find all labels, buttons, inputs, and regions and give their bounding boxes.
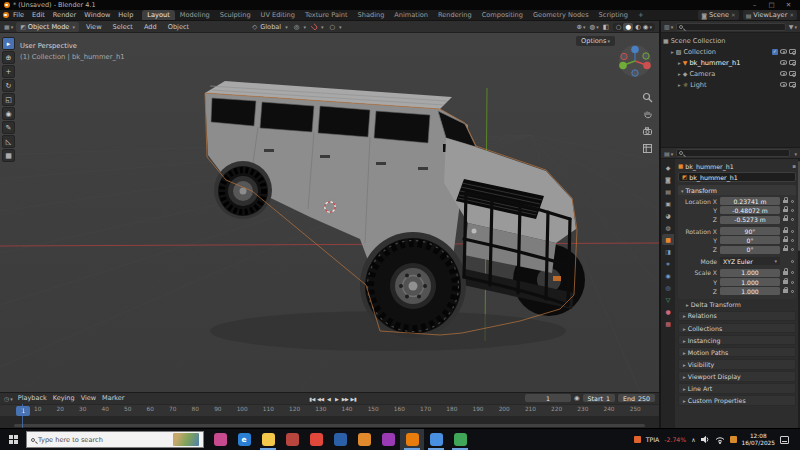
expander-icon[interactable]: [671, 48, 674, 56]
workspace-tab[interactable]: Animation: [389, 10, 433, 20]
network-icon[interactable]: [715, 435, 725, 445]
workspace-tab[interactable]: Geometry Nodes: [528, 10, 594, 20]
lock-icon[interactable]: [783, 280, 788, 284]
taskbar-app[interactable]: [352, 429, 376, 450]
hide-eye-icon[interactable]: [780, 60, 787, 65]
workspace-tab[interactable]: Scripting: [594, 10, 633, 20]
properties-tab[interactable]: ▣: [662, 198, 674, 209]
workspace-tab[interactable]: Modeling: [175, 10, 215, 20]
taskbar-app[interactable]: [448, 429, 472, 450]
taskbar-app[interactable]: [376, 429, 400, 450]
timeline-editor-icon[interactable]: ◷: [4, 395, 13, 402]
properties-tab[interactable]: ◆: [662, 162, 674, 173]
menu-item[interactable]: Render: [49, 11, 80, 19]
lock-icon[interactable]: [783, 271, 788, 275]
timeline-menu-item[interactable]: Marker: [99, 394, 127, 402]
scene-unlink-icon[interactable]: ✕: [731, 12, 736, 18]
animate-dot[interactable]: [791, 200, 794, 203]
lock-icon[interactable]: [783, 200, 788, 204]
taskbar-app[interactable]: [280, 429, 304, 450]
properties-tab[interactable]: ◎: [662, 282, 674, 293]
delta-transform-panel[interactable]: Delta Transform: [678, 299, 796, 309]
clock[interactable]: 12:08 16/07/2025: [742, 433, 775, 447]
lock-icon[interactable]: [783, 230, 788, 234]
properties-search-input[interactable]: [676, 149, 790, 157]
workspace-tab[interactable]: Layout: [142, 10, 174, 20]
workspace-tab[interactable]: +: [633, 10, 649, 20]
viewport-menu-item[interactable]: Add: [140, 23, 161, 31]
transform-value-field[interactable]: -0.48072 m: [720, 206, 780, 214]
minimize-button[interactable]: –: [747, 0, 762, 10]
playback-button[interactable]: ◀◀: [316, 396, 325, 402]
navigation-gizmo[interactable]: [617, 43, 653, 79]
shading-rendered[interactable]: ◉: [643, 23, 652, 31]
collection-checkbox[interactable]: ✓: [772, 49, 778, 55]
viewlayer-remove-icon[interactable]: ✕: [789, 12, 794, 18]
viewlayer-selector[interactable]: ▤ ViewLayer ✕: [743, 10, 797, 20]
viewport-3d[interactable]: User Perspective (1) Collection | bk_hum…: [0, 33, 659, 392]
shading-solid[interactable]: ●: [623, 23, 633, 31]
viewport-menu-item[interactable]: Object: [164, 23, 193, 31]
properties-panel-header[interactable]: Motion Paths: [678, 347, 796, 358]
properties-tab[interactable]: ◙: [662, 174, 674, 185]
workspace-tab[interactable]: Compositing: [477, 10, 528, 20]
blender-menu-icon[interactable]: [3, 12, 9, 18]
properties-tab[interactable]: ▤: [662, 186, 674, 197]
outliner-row-scene-collection[interactable]: ▦ Scene Collection: [663, 35, 798, 46]
animate-dot[interactable]: [791, 218, 794, 221]
stock-app-icon[interactable]: [634, 436, 641, 443]
lock-icon[interactable]: [783, 239, 788, 243]
properties-tab[interactable]: ∗: [662, 258, 674, 269]
tool-button[interactable]: ✎: [2, 121, 15, 134]
ortho-toggle-icon[interactable]: [641, 142, 653, 154]
object-name[interactable]: bk_hummer_h1: [689, 59, 740, 67]
tray-app-icon[interactable]: [730, 436, 737, 443]
taskbar-app[interactable]: [304, 429, 328, 450]
transform-value-field[interactable]: 1.000: [720, 287, 780, 295]
properties-tab[interactable]: ▽: [662, 294, 674, 305]
show-overlays-toggle[interactable]: ◍: [589, 23, 598, 31]
playhead[interactable]: 1: [16, 406, 30, 416]
properties-tab[interactable]: ◨: [662, 246, 674, 257]
transform-panel-header[interactable]: Transform: [678, 185, 796, 195]
tool-button[interactable]: ⊕: [2, 51, 15, 64]
properties-editor-icon[interactable]: ▤: [664, 150, 673, 157]
menu-item[interactable]: Window: [80, 11, 114, 19]
properties-tab[interactable]: ●: [662, 306, 674, 317]
playback-button[interactable]: ▶▮: [349, 396, 357, 402]
pin-icon[interactable]: ▪: [792, 163, 796, 169]
pan-hand-icon[interactable]: [641, 108, 653, 120]
animate-dot[interactable]: [791, 239, 794, 242]
transform-value-field[interactable]: 0.23741 m: [720, 197, 780, 205]
viewport-menu-item[interactable]: Select: [109, 23, 137, 31]
animate-dot[interactable]: [791, 248, 794, 251]
outliner-object-row[interactable]: ☼ Light: [663, 79, 798, 90]
taskbar-app[interactable]: e: [232, 429, 256, 450]
tool-button[interactable]: ▦: [2, 149, 15, 162]
workspace-tab[interactable]: Sculpting: [215, 10, 256, 20]
frame-end-field[interactable]: End250: [618, 394, 655, 402]
animate-dot[interactable]: [791, 281, 794, 284]
properties-panel-header[interactable]: Viewport Display: [678, 371, 796, 382]
zoom-icon[interactable]: [641, 91, 653, 103]
properties-options-icon[interactable]: [793, 150, 797, 157]
hide-eye-icon[interactable]: [780, 82, 787, 87]
volume-icon[interactable]: [701, 435, 710, 445]
animate-dot[interactable]: [791, 260, 794, 263]
options-dropdown[interactable]: Options: [576, 36, 615, 46]
taskbar-app[interactable]: [208, 429, 232, 450]
taskbar-search-input[interactable]: Type here to search: [26, 431, 204, 448]
animate-dot[interactable]: [791, 230, 794, 233]
properties-tab[interactable]: ◉: [662, 270, 674, 281]
expander-icon[interactable]: [678, 70, 681, 78]
lock-icon[interactable]: [783, 218, 788, 222]
workspace-tab[interactable]: UV Editing: [256, 10, 300, 20]
outliner-object-row[interactable]: ◆ Camera: [663, 68, 798, 79]
animate-dot[interactable]: [791, 271, 794, 274]
timeline-track[interactable]: [0, 416, 659, 428]
properties-tab[interactable]: ◍: [662, 222, 674, 233]
auto-keying-icon[interactable]: ◉: [574, 394, 580, 402]
animate-dot[interactable]: [791, 209, 794, 212]
object-name[interactable]: Camera: [689, 70, 715, 78]
hummer-model[interactable]: [205, 81, 585, 338]
